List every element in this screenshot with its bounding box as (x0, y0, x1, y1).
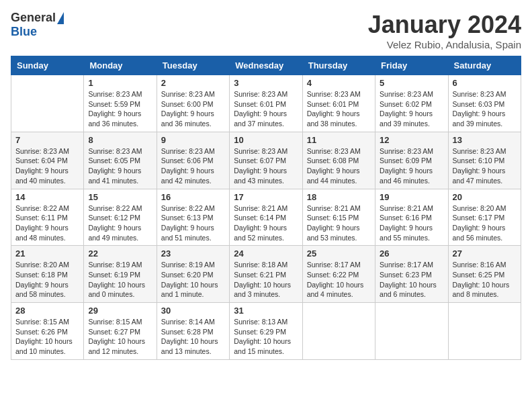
day-info: Sunrise: 8:20 AMSunset: 6:18 PMDaylight:… (15, 260, 79, 300)
day-info: Sunrise: 8:21 AMSunset: 6:16 PMDaylight:… (380, 203, 443, 243)
day-number: 24 (234, 248, 298, 259)
calendar-cell: 16Sunrise: 8:22 AMSunset: 6:13 PMDayligh… (157, 189, 229, 246)
weekday-header: Sunday (11, 56, 84, 75)
day-info: Sunrise: 8:14 AMSunset: 6:28 PMDaylight:… (161, 317, 225, 357)
day-info: Sunrise: 8:23 AMSunset: 6:06 PMDaylight:… (161, 146, 225, 186)
day-number: 30 (161, 306, 225, 316)
day-info: Sunrise: 8:23 AMSunset: 6:02 PMDaylight:… (380, 89, 443, 129)
day-number: 2 (161, 78, 225, 88)
calendar-week-row: 14Sunrise: 8:22 AMSunset: 6:11 PMDayligh… (11, 189, 521, 246)
logo: General Blue (11, 11, 64, 39)
day-number: 4 (307, 78, 371, 88)
page-header: General Blue January 2024 Velez Rubio, A… (11, 11, 521, 50)
weekday-header: Saturday (448, 56, 521, 75)
day-info: Sunrise: 8:23 AMSunset: 6:10 PMDaylight:… (453, 146, 517, 186)
day-info: Sunrise: 8:20 AMSunset: 6:17 PMDaylight:… (453, 203, 517, 243)
day-info: Sunrise: 8:23 AMSunset: 6:08 PMDaylight:… (307, 146, 371, 186)
day-number: 26 (380, 248, 443, 259)
calendar-cell: 20Sunrise: 8:20 AMSunset: 6:17 PMDayligh… (448, 189, 521, 246)
calendar-cell (11, 75, 84, 132)
calendar-cell: 26Sunrise: 8:17 AMSunset: 6:23 PMDayligh… (375, 246, 448, 303)
day-number: 6 (453, 78, 517, 88)
day-info: Sunrise: 8:23 AMSunset: 6:01 PMDaylight:… (307, 89, 371, 129)
day-number: 19 (380, 192, 443, 202)
day-number: 16 (161, 192, 225, 202)
location: Velez Rubio, Andalusia, Spain (368, 39, 521, 50)
calendar-cell (375, 303, 448, 360)
day-info: Sunrise: 8:23 AMSunset: 6:09 PMDaylight:… (380, 146, 443, 186)
day-number: 5 (380, 78, 443, 88)
day-info: Sunrise: 8:19 AMSunset: 6:20 PMDaylight:… (161, 260, 225, 300)
calendar-week-row: 7Sunrise: 8:23 AMSunset: 6:04 PMDaylight… (11, 132, 521, 189)
day-info: Sunrise: 8:23 AMSunset: 6:00 PMDaylight:… (161, 89, 225, 129)
day-info: Sunrise: 8:23 AMSunset: 6:01 PMDaylight:… (234, 89, 298, 129)
day-info: Sunrise: 8:23 AMSunset: 6:05 PMDaylight:… (88, 146, 152, 186)
calendar-cell: 12Sunrise: 8:23 AMSunset: 6:09 PMDayligh… (375, 132, 448, 189)
day-number: 28 (15, 306, 79, 316)
title-section: January 2024 Velez Rubio, Andalusia, Spa… (368, 11, 521, 50)
calendar-week-row: 28Sunrise: 8:15 AMSunset: 6:26 PMDayligh… (11, 303, 521, 360)
calendar-cell: 3Sunrise: 8:23 AMSunset: 6:01 PMDaylight… (230, 75, 302, 132)
day-info: Sunrise: 8:15 AMSunset: 6:26 PMDaylight:… (15, 317, 79, 357)
calendar-cell: 24Sunrise: 8:18 AMSunset: 6:21 PMDayligh… (230, 246, 302, 303)
calendar-cell: 6Sunrise: 8:23 AMSunset: 6:03 PMDaylight… (448, 75, 521, 132)
calendar-cell: 30Sunrise: 8:14 AMSunset: 6:28 PMDayligh… (157, 303, 229, 360)
calendar-cell: 15Sunrise: 8:22 AMSunset: 6:12 PMDayligh… (84, 189, 157, 246)
day-info: Sunrise: 8:23 AMSunset: 5:59 PMDaylight:… (88, 89, 152, 129)
weekday-header: Wednesday (230, 56, 302, 75)
day-number: 23 (161, 248, 225, 259)
calendar-cell: 19Sunrise: 8:21 AMSunset: 6:16 PMDayligh… (375, 189, 448, 246)
calendar-cell (302, 303, 375, 360)
day-number: 8 (88, 135, 152, 145)
day-number: 7 (15, 135, 79, 145)
calendar-cell: 22Sunrise: 8:19 AMSunset: 6:19 PMDayligh… (84, 246, 157, 303)
day-number: 17 (234, 192, 298, 202)
calendar-cell: 7Sunrise: 8:23 AMSunset: 6:04 PMDaylight… (11, 132, 84, 189)
calendar-cell: 18Sunrise: 8:21 AMSunset: 6:15 PMDayligh… (302, 189, 375, 246)
day-info: Sunrise: 8:22 AMSunset: 6:12 PMDaylight:… (88, 203, 152, 243)
day-number: 21 (15, 248, 79, 259)
day-number: 13 (453, 135, 517, 145)
day-info: Sunrise: 8:17 AMSunset: 6:22 PMDaylight:… (307, 260, 371, 300)
day-number: 9 (161, 135, 225, 145)
logo-triangle-icon (57, 12, 64, 24)
calendar-cell: 13Sunrise: 8:23 AMSunset: 6:10 PMDayligh… (448, 132, 521, 189)
day-info: Sunrise: 8:19 AMSunset: 6:19 PMDaylight:… (88, 260, 152, 300)
weekday-header: Monday (84, 56, 157, 75)
calendar-cell: 9Sunrise: 8:23 AMSunset: 6:06 PMDaylight… (157, 132, 229, 189)
weekday-header: Tuesday (157, 56, 229, 75)
day-number: 14 (15, 192, 79, 202)
day-number: 1 (88, 78, 152, 88)
weekday-header: Thursday (302, 56, 375, 75)
day-info: Sunrise: 8:21 AMSunset: 6:15 PMDaylight:… (307, 203, 371, 243)
day-number: 29 (88, 306, 152, 316)
calendar-cell: 28Sunrise: 8:15 AMSunset: 6:26 PMDayligh… (11, 303, 84, 360)
day-number: 11 (307, 135, 371, 145)
calendar-cell: 21Sunrise: 8:20 AMSunset: 6:18 PMDayligh… (11, 246, 84, 303)
day-number: 31 (234, 306, 298, 316)
weekday-header: Friday (375, 56, 448, 75)
month-title: January 2024 (368, 11, 521, 39)
day-number: 3 (234, 78, 298, 88)
calendar-cell: 14Sunrise: 8:22 AMSunset: 6:11 PMDayligh… (11, 189, 84, 246)
day-info: Sunrise: 8:21 AMSunset: 6:14 PMDaylight:… (234, 203, 298, 243)
day-info: Sunrise: 8:18 AMSunset: 6:21 PMDaylight:… (234, 260, 298, 300)
day-info: Sunrise: 8:15 AMSunset: 6:27 PMDaylight:… (88, 317, 152, 357)
logo-general-text: General (11, 11, 56, 25)
day-info: Sunrise: 8:22 AMSunset: 6:11 PMDaylight:… (15, 203, 79, 243)
day-number: 15 (88, 192, 152, 202)
calendar-header-row: SundayMondayTuesdayWednesdayThursdayFrid… (11, 56, 521, 75)
calendar-cell: 23Sunrise: 8:19 AMSunset: 6:20 PMDayligh… (157, 246, 229, 303)
logo-blue-text: Blue (11, 25, 37, 39)
day-number: 20 (453, 192, 517, 202)
calendar-cell: 8Sunrise: 8:23 AMSunset: 6:05 PMDaylight… (84, 132, 157, 189)
day-info: Sunrise: 8:23 AMSunset: 6:04 PMDaylight:… (15, 146, 79, 186)
calendar-cell: 29Sunrise: 8:15 AMSunset: 6:27 PMDayligh… (84, 303, 157, 360)
day-info: Sunrise: 8:16 AMSunset: 6:25 PMDaylight:… (453, 260, 517, 300)
calendar-cell: 17Sunrise: 8:21 AMSunset: 6:14 PMDayligh… (230, 189, 302, 246)
day-number: 22 (88, 248, 152, 259)
calendar-table: SundayMondayTuesdayWednesdayThursdayFrid… (11, 56, 521, 360)
calendar-cell: 11Sunrise: 8:23 AMSunset: 6:08 PMDayligh… (302, 132, 375, 189)
calendar-cell: 2Sunrise: 8:23 AMSunset: 6:00 PMDaylight… (157, 75, 229, 132)
day-info: Sunrise: 8:13 AMSunset: 6:29 PMDaylight:… (234, 317, 298, 357)
